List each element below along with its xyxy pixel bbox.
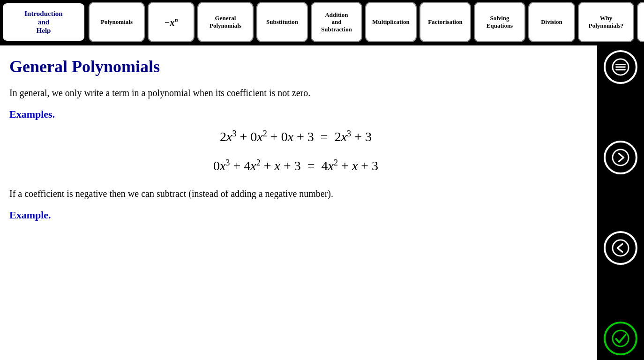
back-icon xyxy=(612,239,629,257)
tab-intro[interactable]: Introduction and Help xyxy=(1,2,86,42)
next-button[interactable] xyxy=(604,141,637,174)
side-panel xyxy=(597,45,644,360)
menu-icon xyxy=(612,58,629,76)
tab-factorisation[interactable]: Factorisation xyxy=(419,2,471,42)
equation-1: 2x3 + 0x2 + 0x + 3 = 2x3 + 3 xyxy=(9,129,582,144)
back-button[interactable] xyxy=(604,231,637,265)
tab-addition[interactable]: Addition and Subtraction xyxy=(311,2,362,42)
tab-exercises[interactable]: Exercises xyxy=(637,2,644,42)
tab-general-polynomials[interactable]: General Polynomials xyxy=(197,2,254,42)
tab-substitution[interactable]: Substitution xyxy=(256,2,308,42)
page-title: General Polynomials xyxy=(9,57,582,76)
content-area: General Polynomials In general, we only … xyxy=(0,45,597,360)
svg-point-5 xyxy=(613,240,629,256)
tab-solving-equations[interactable]: Solving Equations xyxy=(474,2,525,42)
check-icon xyxy=(612,330,629,347)
svg-point-6 xyxy=(613,330,629,346)
equation-2: 0x3 + 4x2 + x + 3 = 4x2 + x + 3 xyxy=(9,158,582,173)
navigation-bar: Introduction and Help Polynomials −xn Ge… xyxy=(0,0,644,45)
intro-paragraph: In general, we only write a term in a po… xyxy=(9,86,582,100)
check-button[interactable] xyxy=(604,322,637,355)
menu-button[interactable] xyxy=(604,50,637,84)
tab-why-polynomials[interactable]: Why Polynomials? xyxy=(578,2,634,42)
main-area: General Polynomials In general, we only … xyxy=(0,45,644,360)
svg-point-4 xyxy=(613,150,629,165)
tab-multiplication[interactable]: Multiplication xyxy=(365,2,417,42)
tab-division[interactable]: Division xyxy=(528,2,575,42)
example-label: Example. xyxy=(9,209,582,221)
negative-coeff-text: If a coefficient is negative then we can… xyxy=(9,187,582,201)
examples-label: Examples. xyxy=(9,108,582,120)
tab-negx[interactable]: −xn xyxy=(148,2,195,42)
next-icon xyxy=(612,149,629,166)
tab-polynomials[interactable]: Polynomials xyxy=(89,2,145,42)
